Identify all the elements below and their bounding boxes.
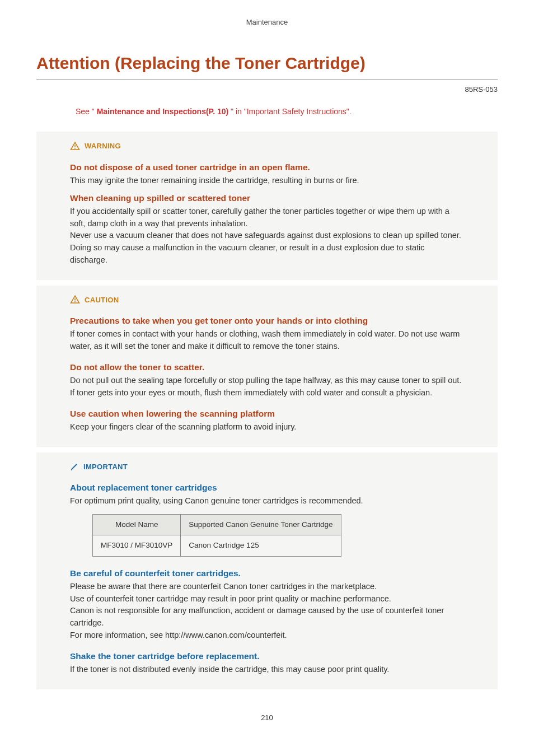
see-suffix: " in "Important Safety Instructions". [228,107,352,116]
caution-panel: CAUTION Precautions to take when you get… [36,285,498,447]
important-label-row: IMPORTANT [70,461,464,473]
table-row: MF3010 / MF3010VP Canon Cartridge 125 [93,535,341,556]
caution-heading-3: Use caution when lowering the scanning p… [70,407,464,420]
svg-point-1 [74,148,76,149]
warning-label-row: WARNING [70,141,464,152]
warning-triangle-icon [70,141,80,151]
svg-point-4 [71,469,72,470]
warning-body-2: If you accidentally spill or scatter ton… [70,206,464,267]
important-body-1: For optimum print quality, using Canon g… [70,495,464,507]
page-title: Attention (Replacing the Toner Cartridge… [36,50,498,80]
warning-panel: WARNING Do not dispose of a used toner c… [36,131,498,281]
important-pen-icon [70,462,79,471]
warning-heading-2: When cleaning up spilled or scattered to… [70,192,464,204]
table-cell-model: MF3010 / MF3010VP [93,535,181,556]
important-heading-2: Be careful of counterfeit toner cartridg… [70,567,464,580]
caution-label-row: CAUTION [70,295,464,306]
see-link[interactable]: Maintenance and Inspections(P. 10) [97,107,228,116]
see-prefix: See " [76,107,97,116]
svg-point-3 [74,301,76,302]
table-header-model: Model Name [93,515,181,535]
important-heading-1: About replacement toner cartridges [70,481,464,494]
see-reference: See " Maintenance and Inspections(P. 10)… [36,106,498,118]
caution-heading-1: Precautions to take when you get toner o… [70,314,464,327]
caution-label: CAUTION [85,295,119,306]
caution-body-1: If toner comes in contact with your hand… [70,328,464,353]
table-cell-cartridge: Canon Cartridge 125 [181,535,341,556]
caution-triangle-icon [70,295,80,305]
warning-heading-1: Do not dispose of a used toner cartridge… [70,161,464,174]
important-heading-3: Shake the toner cartridge before replace… [70,650,464,662]
table-header-row: Model Name Supported Canon Genuine Toner… [93,515,341,535]
warning-body-1: This may ignite the toner remaining insi… [70,175,464,187]
caution-heading-2: Do not allow the toner to scatter. [70,361,464,374]
toner-table: Model Name Supported Canon Genuine Toner… [92,514,341,557]
doc-code: 85RS-053 [36,84,498,95]
important-body-3: If the toner is not distributed evenly i… [70,664,464,676]
caution-body-2: Do not pull out the sealing tape forcefu… [70,375,464,399]
important-panel: IMPORTANT About replacement toner cartri… [36,452,498,690]
warning-label: WARNING [85,141,121,152]
caution-body-3: Keep your fingers clear of the scanning … [70,421,464,433]
header-category: Maintenance [36,17,498,28]
page-number: 210 [36,712,498,724]
important-body-2: Please be aware that there are counterfe… [70,581,464,642]
important-label: IMPORTANT [83,461,128,473]
table-header-cartridge: Supported Canon Genuine Toner Cartridge [181,515,341,535]
